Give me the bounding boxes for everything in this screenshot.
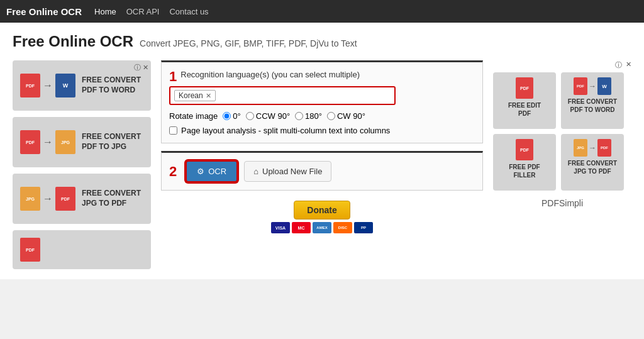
ad-sm-icons-3: PDF [516, 139, 533, 160]
ocr-button[interactable]: ⚙ OCR [186, 160, 238, 182]
arrow-sm-1: → [589, 82, 596, 91]
ad-pdf-to-word-2[interactable]: PDF [13, 230, 151, 269]
jpg-icon-2: JPG [20, 187, 40, 211]
right-ad-row-2: PDF FREE PDFFILLER JPG → PDF FREE CONVER… [493, 134, 631, 191]
korean-tag-text: Korean [179, 91, 203, 100]
language-input-wrapper[interactable]: Korean ✕ [169, 86, 396, 105]
home-icon: ⌂ [253, 167, 258, 176]
ad-sm-text-2: FREE CONVERTPDF TO WORD [568, 97, 617, 114]
rotate-180-radio[interactable] [295, 112, 303, 120]
rotate-cw90-radio[interactable] [327, 112, 335, 120]
korean-tag: Korean ✕ [174, 90, 216, 101]
ad-text-1: FREE CONVERTPDF TO WORD [82, 75, 141, 95]
ad-icons-3: JPG → PDF [20, 187, 75, 211]
rotate-0-radio[interactable] [223, 112, 231, 120]
rotate-cw90[interactable]: CW 90° [327, 111, 365, 121]
word-icon-sm: W [597, 77, 611, 95]
close-ad-1[interactable]: ⓘ ✕ [134, 63, 148, 72]
remove-korean-tag[interactable]: ✕ [206, 92, 211, 100]
nav-ocr-api[interactable]: OCR API [126, 7, 160, 16]
ad-jpg-to-pdf[interactable]: JPG → PDF FREE CONVERTJPG TO PDF [13, 174, 151, 224]
language-section: 1 Recognition language(s) (you can selec… [161, 60, 483, 143]
ocr-button-label: OCR [208, 167, 226, 176]
visa-icon: VISA [271, 222, 290, 233]
rotate-180[interactable]: 180° [295, 111, 322, 121]
arrow-sm-2: → [589, 143, 596, 152]
arrow-icon-2: → [43, 136, 53, 148]
pdf-icon-3: PDF [55, 187, 75, 211]
pdf-icon-sm-2: PDF [574, 77, 587, 95]
rotate-label: Rotate image [169, 111, 218, 121]
layout-row: Page layout analysis - split multi-colum… [169, 126, 475, 135]
upload-button-label: Upload New File [262, 167, 322, 176]
upload-new-file-button[interactable]: ⌂ Upload New File [244, 161, 331, 182]
word-icon: W [55, 74, 75, 97]
pdf-icon: PDF [20, 74, 40, 97]
amex-icon: AMEX [313, 222, 331, 233]
ad-free-edit-pdf[interactable]: PDF FREE EDITPDF [493, 72, 556, 129]
ad-sm-text-3: FREE PDFFILLER [509, 163, 540, 179]
right-ads-controls: ⓘ ✕ [493, 60, 631, 70]
ad-icons-2: PDF → JPG [20, 130, 75, 154]
ad-text-2: FREE CONVERTPDF TO JPG [82, 132, 141, 152]
jpg-icon: JPG [55, 130, 75, 154]
pdfsimpli-label: PDFSimpli [493, 198, 631, 208]
page-header: Free Online OCR Convert JPEG, PNG, GIF, … [13, 33, 631, 50]
ad-sm-text-4: FREE CONVERTJPG TO PDF [568, 159, 617, 175]
rotate-ccw90-radio[interactable] [246, 112, 254, 120]
ad-free-pdf-filler[interactable]: PDF FREE PDFFILLER [493, 134, 556, 191]
step2-number: 2 [169, 164, 177, 180]
step1-number: 1 [169, 70, 177, 84]
right-ads-inner: PDF FREE EDITPDF PDF → W FREE CONVERTPDF… [493, 72, 631, 208]
jpg-icon-sm: JPG [574, 139, 587, 157]
ad-sm-icons-2: PDF → W [574, 77, 611, 95]
layout-label: Page layout analysis - split multi-colum… [181, 126, 390, 135]
rotate-ccw90[interactable]: CCW 90° [246, 111, 290, 121]
paypal-icon: PP [354, 222, 373, 233]
payment-icons: VISA MC AMEX DISC PP [271, 222, 373, 233]
nav-home[interactable]: Home [94, 7, 116, 16]
right-ads-column: ⓘ ✕ PDF FREE EDITPDF PDF [493, 60, 631, 269]
ad-text-3: FREE CONVERTJPG TO PDF [82, 189, 141, 208]
ad-pdf-to-word-1[interactable]: ⓘ ✕ PDF → W FREE CONVERTPDF TO WORD [13, 60, 151, 111]
pdf-icon-4: PDF [20, 238, 40, 262]
ad-sm-text-1: FREE EDITPDF [508, 101, 541, 118]
rotate-0[interactable]: 0° [223, 111, 240, 121]
ad-sm-icons-4: JPG → PDF [574, 139, 611, 157]
step1-indicator: 1 Recognition language(s) (you can selec… [169, 70, 475, 84]
gear-icon: ⚙ [197, 167, 204, 176]
right-info-icon[interactable]: ⓘ [615, 60, 622, 70]
brand-logo: Free Online OCR [6, 6, 82, 17]
right-close-icon[interactable]: ✕ [626, 60, 631, 70]
ad-icons-1: PDF → W [20, 74, 75, 97]
nav-contact[interactable]: Contact us [169, 7, 208, 16]
ad-icons-4: PDF [20, 238, 40, 262]
center-panel: 1 Recognition language(s) (you can selec… [161, 60, 483, 269]
donate-button[interactable]: Donate [294, 201, 350, 220]
right-ad-row-1: PDF FREE EDITPDF PDF → W FREE CONVERTPDF… [493, 72, 631, 129]
page-content: Free Online OCR Convert JPEG, PNG, GIF, … [0, 23, 644, 279]
ad-sm-icons-1: PDF [516, 77, 533, 99]
donate-section: Donate VISA MC AMEX DISC PP [161, 201, 483, 233]
pdf-icon-sm-3: PDF [516, 139, 533, 160]
pdf-icon-sm-4: PDF [597, 139, 611, 157]
page-subtitle: Convert JPEG, PNG, GIF, BMP, TIFF, PDF, … [140, 38, 357, 48]
lang-label: Recognition language(s) (you can select … [180, 70, 360, 79]
arrow-icon-3: → [43, 193, 53, 204]
pdf-icon-sm-1: PDF [516, 77, 533, 99]
ad-free-convert-jpg-pdf-sm[interactable]: JPG → PDF FREE CONVERTJPG TO PDF [561, 134, 624, 191]
main-layout: ⓘ ✕ PDF → W FREE CONVERTPDF TO WORD PDF … [13, 60, 631, 269]
discover-icon: DISC [333, 222, 352, 233]
arrow-icon: → [43, 80, 53, 91]
ad-free-convert-pdf-word-sm[interactable]: PDF → W FREE CONVERTPDF TO WORD [561, 72, 624, 129]
left-ads-column: ⓘ ✕ PDF → W FREE CONVERTPDF TO WORD PDF … [13, 60, 151, 269]
action-section: 2 ⚙ OCR ⌂ Upload New File [161, 151, 483, 191]
page-title: Free Online OCR [13, 33, 133, 50]
layout-checkbox[interactable] [169, 126, 177, 135]
ad-pdf-to-jpg[interactable]: PDF → JPG FREE CONVERTPDF TO JPG [13, 117, 151, 167]
top-navigation: Free Online OCR Home OCR API Contact us [0, 0, 644, 23]
rotate-row: Rotate image 0° CCW 90° 180° CW 90° [169, 111, 475, 121]
mastercard-icon: MC [292, 222, 311, 233]
pdf-icon-2: PDF [20, 130, 40, 154]
